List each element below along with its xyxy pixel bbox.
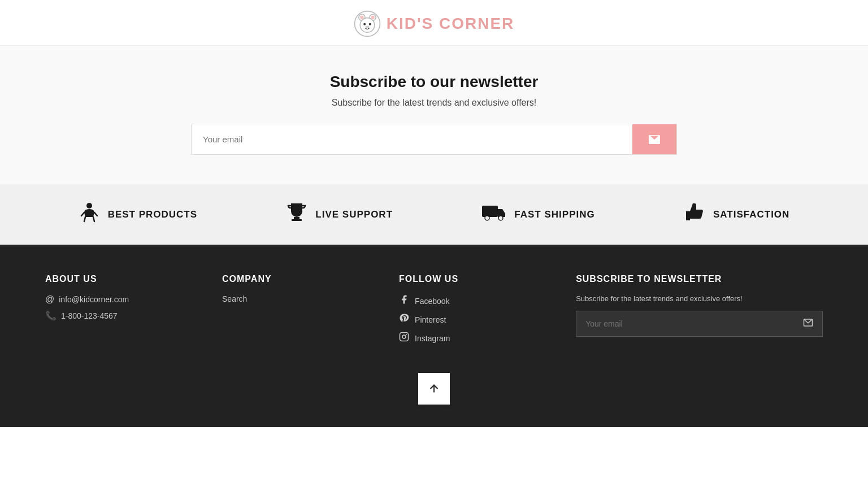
footer-grid: ABOUT US @ info@kidcorner.com 📞 1-800-12… — [45, 274, 823, 350]
instagram-icon — [399, 332, 409, 345]
svg-line-13 — [84, 217, 85, 221]
footer-email-input[interactable] — [576, 311, 794, 336]
newsletter-subtitle: Subscribe for the latest trends and excl… — [11, 98, 857, 108]
pinterest-icon — [399, 313, 409, 326]
feature-live-support-label: LIVE SUPPORT — [315, 209, 393, 220]
instagram-label: Instagram — [415, 334, 450, 343]
svg-point-6 — [365, 26, 368, 28]
feature-best-products: BEST PRODUCTS — [79, 201, 197, 228]
logo-icon — [354, 10, 381, 37]
back-to-top-button[interactable] — [418, 373, 450, 405]
footer-company-title: COMPANY — [222, 274, 376, 284]
svg-point-18 — [485, 216, 489, 220]
facebook-icon — [399, 294, 409, 307]
feature-live-support: LIVE SUPPORT — [286, 201, 393, 228]
footer-follow-us: FOLLOW US Facebook Pinterest Instagram — [399, 274, 553, 350]
footer-facebook[interactable]: Facebook — [399, 294, 553, 307]
envelope-icon — [648, 133, 661, 146]
email-icon: @ — [45, 294, 54, 305]
footer-email-item: @ info@kidcorner.com — [45, 294, 199, 305]
svg-point-21 — [402, 335, 406, 338]
newsletter-title: Subscribe to our newsletter — [11, 73, 857, 91]
svg-point-22 — [406, 334, 407, 335]
newsletter-form — [191, 124, 677, 155]
footer-subscribe: SUBSCRIBE TO NEWSLETTER Subscribe for th… — [576, 274, 823, 350]
footer-email: info@kidcorner.com — [59, 295, 129, 304]
feature-fast-shipping: FAST SHIPPING — [481, 201, 594, 228]
feature-satisfaction-label: SATISFACTION — [713, 209, 789, 220]
svg-point-5 — [368, 23, 371, 25]
feature-fast-shipping-label: FAST SHIPPING — [514, 209, 594, 220]
logo-text: KID'S CORNER — [387, 15, 515, 33]
features-bar: BEST PRODUCTS LIVE SUPPORT FAST SHIPPING — [0, 184, 868, 245]
truck-icon — [481, 201, 506, 228]
footer-search-link[interactable]: Search — [222, 294, 376, 303]
footer-follow-title: FOLLOW US — [399, 274, 553, 284]
svg-rect-20 — [400, 333, 409, 341]
svg-point-8 — [371, 16, 374, 19]
back-to-top-container — [45, 373, 823, 405]
svg-point-4 — [363, 23, 366, 25]
logo-container: KID'S CORNER — [354, 10, 515, 37]
header: KID'S CORNER — [0, 0, 868, 46]
footer-phone-item: 📞 1-800-123-4567 — [45, 310, 199, 321]
footer-phone: 1-800-123-4567 — [61, 311, 118, 320]
baby-icon — [79, 201, 100, 228]
footer-instagram[interactable]: Instagram — [399, 332, 553, 345]
pinterest-label: Pinterest — [415, 315, 446, 324]
footer-subscribe-title: SUBSCRIBE TO NEWSLETTER — [576, 274, 823, 284]
footer-company: COMPANY Search — [222, 274, 376, 350]
facebook-label: Facebook — [415, 297, 449, 306]
svg-line-12 — [94, 212, 97, 216]
newsletter-submit-button[interactable] — [632, 124, 676, 154]
footer: ABOUT US @ info@kidcorner.com 📞 1-800-12… — [0, 245, 868, 427]
svg-rect-16 — [292, 219, 302, 221]
newsletter-section: Subscribe to our newsletter Subscribe fo… — [0, 46, 868, 184]
svg-rect-15 — [294, 217, 300, 219]
arrow-up-icon — [428, 383, 440, 395]
svg-point-3 — [360, 18, 375, 33]
feature-satisfaction: SATISFACTION — [684, 201, 789, 228]
svg-point-10 — [86, 203, 92, 208]
svg-point-7 — [360, 16, 363, 19]
feature-best-products-label: BEST PRODUCTS — [108, 209, 197, 220]
svg-line-11 — [81, 212, 84, 216]
footer-about-us: ABOUT US @ info@kidcorner.com 📞 1-800-12… — [45, 274, 199, 350]
footer-subscribe-subtitle: Subscribe for the latest trends and excl… — [576, 294, 823, 303]
footer-email-form — [576, 311, 823, 337]
phone-icon: 📞 — [45, 310, 57, 321]
trophy-icon — [286, 201, 307, 228]
footer-pinterest[interactable]: Pinterest — [399, 313, 553, 326]
footer-about-title: ABOUT US — [45, 274, 199, 284]
svg-point-19 — [498, 216, 503, 220]
thumbsup-icon — [684, 201, 705, 228]
footer-envelope-icon — [803, 318, 813, 328]
svg-line-14 — [93, 217, 94, 221]
footer-email-submit-button[interactable] — [794, 311, 822, 336]
svg-rect-17 — [482, 206, 498, 217]
newsletter-email-input[interactable] — [192, 124, 632, 154]
